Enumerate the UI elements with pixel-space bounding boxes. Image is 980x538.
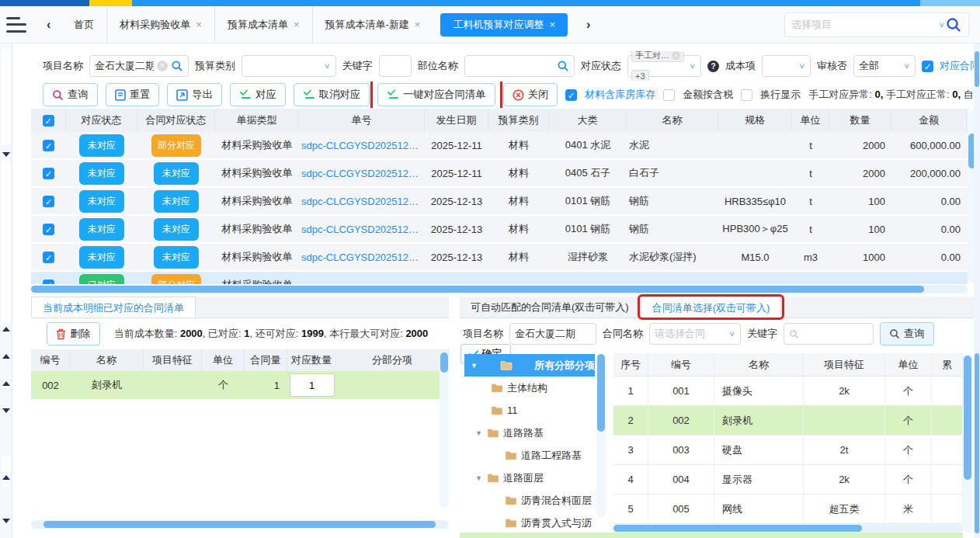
project-name-value[interactable] (509, 323, 596, 345)
clear-icon[interactable]: × (157, 61, 168, 71)
cancel-match-button[interactable]: 取消对应 (294, 83, 370, 106)
bottom-left-horizontal-scrollbar[interactable] (31, 520, 449, 529)
part-name-input[interactable] (464, 55, 575, 77)
folder-icon (487, 428, 499, 438)
table-row[interactable]: ✓ 未对应 未对应 材料采购验收单 sdpc-CLCGYSD2025121200… (31, 160, 968, 188)
sidebar-expand-icon[interactable] (2, 381, 10, 386)
tree-expand-icon[interactable]: ▼ (475, 429, 483, 437)
keyword-input[interactable] (784, 323, 874, 345)
doc-no-link[interactable]: sdpc-CLCGYSD2025121300( (299, 252, 425, 263)
matched-table-row[interactable]: 002 刻录机 个 1 (31, 371, 449, 399)
row-checkbox[interactable]: ✓ (43, 252, 54, 263)
sidebar-expand-icon[interactable] (2, 327, 10, 331)
row-checkbox[interactable]: ✓ (43, 279, 54, 285)
query-button[interactable]: 查询 (43, 83, 98, 106)
tree-node[interactable]: ▼ 道路面层 (464, 467, 595, 489)
row-checkbox[interactable]: ✓ (43, 168, 54, 179)
close-icon[interactable]: × (549, 19, 555, 30)
match-button[interactable]: 对应 (230, 83, 286, 106)
delete-button[interactable]: 删除 (47, 322, 100, 345)
match-status-select[interactable]: 手工对…× +3 ∨ (627, 55, 701, 77)
doc-no-link[interactable]: sdpc-CLCGYSD2025121200( (299, 140, 425, 151)
reset-button[interactable]: 重置 (106, 83, 160, 106)
search-icon[interactable] (945, 16, 962, 33)
contract-table-vertical-scrollbar[interactable] (963, 354, 972, 533)
project-name-input[interactable]: × (89, 55, 189, 77)
tab-matched-contract-list[interactable]: 当前成本明细已对应的合同清单 (31, 297, 196, 318)
sidebar-collapse-icon[interactable] (2, 152, 10, 157)
sidebar-collapse-icon[interactable] (2, 519, 10, 523)
tree-node[interactable]: ▼ 道路路基 (464, 422, 595, 444)
tree-node[interactable]: 道路工程路基 (464, 444, 595, 467)
tree-expand-icon[interactable]: ▼ (471, 362, 478, 370)
tree-node-all-sections[interactable]: ▼ 所有分部分项 (464, 354, 595, 377)
table-row[interactable]: ✓ 未对应 未对应 材料采购验收单 sdpc-CLCGYSD2025121300… (31, 188, 968, 216)
close-button[interactable]: 关闭 (503, 83, 558, 106)
tree-node[interactable]: 沥青贯入式与沥 (464, 512, 595, 529)
tree-vertical-scrollbar[interactable] (596, 354, 606, 517)
bottom-left-vertical-scrollbar[interactable] (440, 352, 449, 508)
contract-table-horizontal-scrollbar[interactable] (613, 524, 963, 533)
doc-no-link[interactable]: sdpc-CLCGYSD2025121300( (299, 196, 425, 207)
tree-node[interactable]: 沥青混合料面层 (464, 489, 595, 512)
match-contract-checkbox[interactable]: ✓ (922, 61, 933, 72)
close-icon[interactable]: × (196, 19, 202, 30)
table-row[interactable]: ✓ 未对应 未对应 材料采购验收单 sdpc-CLCGYSD2025121300… (31, 244, 968, 272)
contract-table-row[interactable]: 5005 网线 超五类米 (613, 495, 963, 524)
table-row[interactable]: ✓ 未对应 部分对应 材料采购验收单 sdpc-CLCGYSD202512120… (31, 132, 968, 160)
export-button[interactable]: 导出 (167, 83, 222, 106)
contract-table-row[interactable]: 3003 硬盘 2t个 (613, 436, 963, 465)
matched-contract-panel: 当前成本明细已对应的合同清单 删除 当前成本数量: 2000, 已对应: 1, … (31, 297, 449, 538)
tree-expand-icon[interactable]: ▼ (475, 474, 483, 482)
select-all-checkbox[interactable]: ✓ (43, 115, 54, 127)
match-qty-input[interactable] (290, 373, 335, 397)
sidebar-expand-icon[interactable] (2, 475, 10, 480)
keyword-input[interactable] (379, 55, 412, 77)
table-row[interactable]: ✓ 已对应 部分对应 材料采购验收单 (31, 272, 968, 284)
tab-contract-select[interactable]: 合同清单选择(双击可带入) (641, 297, 782, 318)
amount-with-tax-checkbox[interactable] (663, 89, 675, 101)
tab-auto-match-list[interactable]: 可自动匹配的合同清单(双击可带入) (460, 297, 641, 318)
page-vertical-scrollbar[interactable] (974, 43, 980, 538)
tab-home[interactable]: 首页 (61, 6, 106, 43)
one-click-match-button[interactable]: 一键对应合同清单 (377, 83, 495, 106)
row-checkbox[interactable]: ✓ (43, 140, 54, 151)
row-checkbox[interactable]: ✓ (43, 196, 54, 207)
contract-table-row[interactable]: 4004 显示器 2k个 (613, 465, 963, 495)
collapsed-sidebar[interactable] (0, 43, 12, 538)
doc-no-link[interactable]: sdpc-CLCGYSD2025121300( (299, 224, 425, 235)
menu-hamburger-icon[interactable] (6, 17, 26, 33)
main-table-horizontal-scrollbar[interactable] (31, 285, 968, 293)
tab-budget-cost-list[interactable]: 预算成本清单× (214, 6, 312, 43)
tab-budget-match-adjust[interactable]: 工料机预算对应调整× (440, 13, 568, 36)
close-icon[interactable]: × (294, 19, 300, 30)
help-icon[interactable]: ? (707, 61, 719, 72)
contract-select-panel: 可自动匹配的合同清单(双击可带入) 合同清单选择(双击可带入) 项目名称 合同名… (460, 297, 980, 538)
contract-table-row[interactable]: 1001 摄像头 2k个 (613, 377, 963, 406)
include-warehouse-checkbox[interactable]: ✓ (565, 89, 577, 101)
audit-select[interactable]: 全部∨ (853, 55, 916, 77)
table-row[interactable]: ✓ 未对应 未对应 材料采购验收单 sdpc-CLCGYSD2025121300… (31, 216, 968, 244)
search-icon (789, 329, 799, 339)
close-icon[interactable]: × (415, 19, 421, 30)
project-select[interactable]: 选择项目 ∨ (784, 12, 969, 37)
tab-budget-cost-new[interactable]: 预算成本清单-新建× (312, 6, 433, 43)
search-icon[interactable] (557, 60, 569, 72)
contract-table-row[interactable]: 2002 刻录机 个 (613, 406, 963, 436)
budget-type-select[interactable]: ∨ (242, 55, 335, 77)
tabs-scroll-right-icon[interactable]: › (575, 18, 601, 32)
contract-select[interactable]: 请选择合同 ∨ (649, 323, 741, 345)
doc-no-link[interactable]: sdpc-CLCGYSD2025121200( (299, 168, 425, 179)
search-icon[interactable] (171, 60, 183, 72)
sidebar-collapse-icon[interactable] (2, 408, 10, 413)
tab-material-receipt[interactable]: 材料采购验收单× (106, 6, 214, 43)
query-button[interactable]: 查询 (880, 322, 934, 345)
tabs-scroll-left-icon[interactable]: ‹ (36, 18, 61, 32)
remove-tag-icon[interactable]: × (672, 51, 680, 60)
cost-item-select[interactable]: ∨ (762, 55, 811, 77)
tree-node[interactable]: 主体结构 (464, 377, 595, 399)
wrap-display-checkbox[interactable] (741, 89, 752, 101)
row-checkbox[interactable]: ✓ (43, 224, 54, 235)
tree-node[interactable]: 11 (464, 399, 595, 422)
sidebar-expand-icon[interactable] (2, 354, 10, 359)
